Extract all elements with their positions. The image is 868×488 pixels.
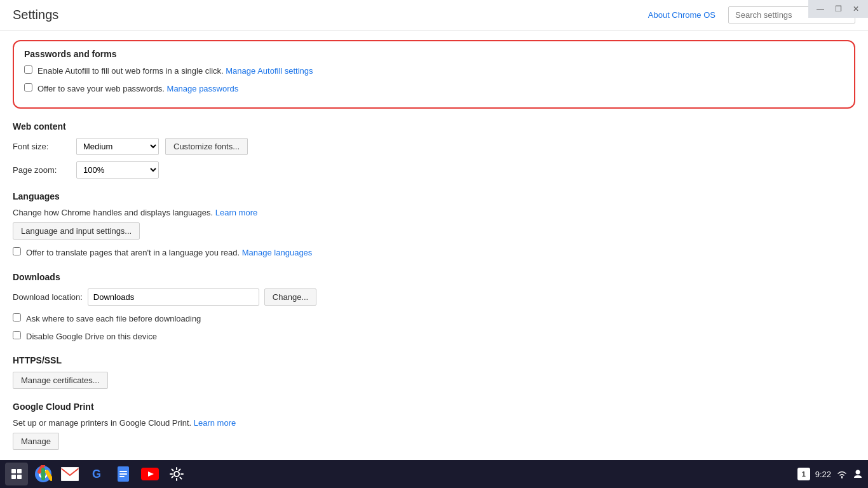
font-size-row: Font size: Very small Small Medium Large… [13, 138, 855, 155]
languages-learn-more-link[interactable]: Learn more [215, 208, 257, 217]
passwords-section: Passwords and forms Enable Autofill to f… [13, 40, 855, 109]
language-input-settings-button[interactable]: Language and input settings... [13, 222, 140, 240]
web-content-title: Web content [13, 121, 855, 132]
minimize-button[interactable]: — [812, 3, 829, 15]
google-icon-g: G [92, 468, 101, 481]
cloud-print-learn-more-link[interactable]: Learn more [194, 418, 236, 428]
disable-drive-row: Disable Google Drive on this device [13, 330, 855, 342]
page-zoom-label: Page zoom: [13, 165, 70, 175]
save-passwords-row: Offer to save your web passwords. Manage… [24, 82, 844, 95]
cloud-print-description: Set up or manage printers in Google Clou… [13, 418, 855, 428]
svg-rect-11 [119, 473, 127, 475]
google-taskbar-icon[interactable]: G [85, 463, 108, 485]
maximize-button[interactable]: ❐ [830, 3, 846, 15]
chrome-taskbar-icon[interactable] [32, 463, 55, 485]
header: Settings About Chrome OS [0, 0, 868, 30]
taskbar: G 1 9:22 [0, 460, 868, 488]
svg-rect-3 [17, 475, 22, 479]
about-chrome-link[interactable]: About Chrome OS [648, 10, 715, 20]
languages-description: Change how Chrome handles and displays l… [13, 208, 855, 217]
web-content-section: Web content Font size: Very small Small … [13, 121, 855, 179]
disable-drive-checkbox[interactable] [13, 331, 21, 339]
svg-rect-2 [11, 475, 16, 479]
page-zoom-row: Page zoom: 75% 90% 100% 110% 125% 150% 1… [13, 161, 855, 179]
svg-rect-10 [119, 471, 127, 472]
google-cloud-print-section: Google Cloud Print Set up or manage prin… [13, 402, 855, 450]
downloads-title: Downloads [13, 272, 855, 282]
grid-icon [10, 468, 23, 480]
youtube-taskbar-icon[interactable] [139, 463, 161, 485]
autofill-checkbox[interactable] [24, 65, 32, 74]
translate-row: Offer to translate pages that aren't in … [13, 246, 855, 259]
https-ssl-section: HTTPS/SSL Manage certificates... [13, 355, 855, 389]
languages-section: Languages Change how Chrome handles and … [13, 191, 855, 259]
manage-languages-link[interactable]: Manage languages [242, 248, 313, 257]
download-location-row: Download location: Change... [13, 288, 855, 306]
manage-autofill-link[interactable]: Manage Autofill settings [226, 66, 313, 76]
svg-rect-12 [119, 476, 125, 477]
svg-point-15 [174, 471, 179, 477]
manage-certificates-button[interactable]: Manage certificates... [13, 372, 108, 389]
settings-taskbar-icon[interactable] [165, 463, 188, 485]
ask-where-checkbox[interactable] [13, 313, 21, 322]
docs-taskbar-icon[interactable] [112, 463, 135, 485]
close-button[interactable]: ✕ [848, 3, 864, 15]
download-location-input[interactable] [88, 288, 259, 306]
svg-rect-7 [61, 467, 79, 481]
svg-point-16 [856, 470, 860, 475]
wifi-icon [836, 470, 848, 478]
save-passwords-label: Offer to save your web passwords. Manage… [37, 83, 238, 95]
font-size-select[interactable]: Very small Small Medium Large Very large [76, 138, 159, 155]
launcher-icon[interactable] [5, 463, 28, 485]
gmail-taskbar-icon[interactable] [58, 463, 81, 485]
languages-title: Languages [13, 191, 855, 201]
autofill-label: Enable Autofill to fill out web forms in… [37, 65, 313, 77]
main-content: Passwords and forms Enable Autofill to f… [0, 30, 868, 460]
notification-badge: 1 [797, 468, 810, 480]
svg-rect-1 [17, 469, 22, 473]
ask-where-label: Ask where to save each file before downl… [26, 313, 201, 325]
svg-rect-0 [11, 469, 16, 473]
font-size-label: Font size: [13, 142, 70, 151]
window-controls: — ❐ ✕ [808, 0, 868, 18]
page-title: Settings [13, 8, 58, 22]
cloud-print-manage-button[interactable]: Manage [13, 433, 59, 450]
time-display: 9:22 [815, 470, 831, 479]
https-ssl-title: HTTPS/SSL [13, 355, 855, 365]
taskbar-left: G [5, 463, 188, 485]
passwords-section-title: Passwords and forms [24, 49, 844, 59]
disable-drive-label: Disable Google Drive on this device [26, 331, 157, 342]
save-passwords-checkbox[interactable] [24, 83, 32, 92]
change-location-button[interactable]: Change... [264, 288, 316, 306]
google-cloud-print-title: Google Cloud Print [13, 402, 855, 412]
download-location-label: Download location: [13, 292, 83, 302]
ask-where-row: Ask where to save each file before downl… [13, 312, 855, 325]
translate-checkbox[interactable] [13, 247, 21, 255]
page-zoom-select[interactable]: 75% 90% 100% 110% 125% 150% 175% 200% [76, 161, 159, 179]
translate-label: Offer to translate pages that aren't in … [26, 247, 312, 259]
taskbar-right: 1 9:22 [797, 468, 863, 480]
manage-passwords-link[interactable]: Manage passwords [167, 84, 239, 93]
downloads-section: Downloads Download location: Change... A… [13, 272, 855, 342]
user-icon [853, 469, 863, 479]
autofill-row: Enable Autofill to fill out web forms in… [24, 64, 844, 77]
customize-fonts-button[interactable]: Customize fonts... [165, 138, 248, 155]
